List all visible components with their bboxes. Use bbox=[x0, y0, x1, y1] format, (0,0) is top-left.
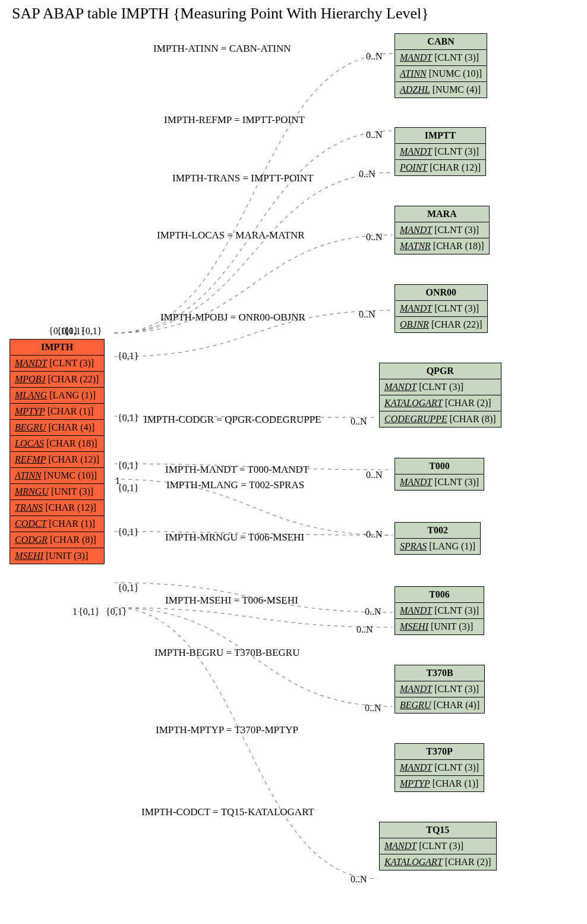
ref-table-qpgr: QPGRMANDT [CLNT (3)]KATALOGART [CHAR (2)… bbox=[379, 363, 501, 428]
ref-table-t006: T006MANDT [CLNT (3)]MSEHI [UNIT (3)] bbox=[395, 586, 484, 635]
relation-label: IMPTH-MPOBJ = ONR00-OBJNR bbox=[160, 312, 305, 323]
ref-table-row: MATNR [CHAR (18)] bbox=[395, 238, 490, 254]
ref-table-row: ADZHL [NUMC (4)] bbox=[395, 82, 487, 98]
main-table-row: MPOBJ [CHAR (22)] bbox=[10, 372, 105, 388]
ref-table-t000: T000MANDT [CLNT (3)] bbox=[395, 458, 484, 491]
ref-table-row: KATALOGART [CHAR (2)] bbox=[380, 854, 497, 870]
ref-table-row: ATINN [NUMC (10)] bbox=[395, 66, 487, 82]
relation-label: IMPTH-MRNGU = T006-MSEHI bbox=[165, 532, 304, 543]
cardinality-right: 0..N bbox=[366, 232, 383, 243]
relation-label: IMPTH-MPTYP = T370P-MPTYP bbox=[156, 724, 298, 736]
main-table-impth: IMPTHMANDT [CLNT (3)]MPOBJ [CHAR (22)]ML… bbox=[10, 339, 105, 564]
ref-table-row: POINT [CHAR (12)] bbox=[395, 160, 486, 176]
ref-table-row: MANDT [CLNT (3)] bbox=[395, 50, 487, 66]
ref-table-header: T002 bbox=[395, 523, 481, 539]
cardinality-left: {0,1} bbox=[78, 606, 99, 617]
cardinality-left: {0,1} bbox=[118, 483, 138, 494]
ref-table-row: MANDT [CLNT (3)] bbox=[395, 474, 484, 491]
cardinality-right: 0..N bbox=[365, 703, 381, 714]
relation-label: IMPTH-REFMP = IMPTT-POINT bbox=[164, 114, 305, 126]
ref-table-t002: T002SPRAS [LANG (1)] bbox=[395, 522, 481, 555]
relation-label: IMPTH-MSEHI = T006-MSEHI bbox=[165, 595, 298, 606]
cardinality-right: 0..N bbox=[366, 529, 383, 540]
ref-table-header: MARA bbox=[395, 206, 490, 222]
cardinality-left: {0,1} bbox=[118, 583, 138, 593]
main-table-row: MANDT [CLNT (3)] bbox=[10, 356, 105, 372]
cardinality-right: 0..N bbox=[366, 470, 383, 480]
relation-label: IMPTH-TRANS = IMPTT-POINT bbox=[172, 172, 314, 184]
main-table-header: IMPTH bbox=[10, 340, 105, 356]
relation-label: IMPTH-ATINN = CABN-ATINN bbox=[153, 43, 291, 55]
cardinality-right: 0..N bbox=[359, 309, 375, 320]
main-table-row: ATINN [NUMC (10)] bbox=[10, 468, 105, 484]
ref-table-row: MANDT [CLNT (3)] bbox=[380, 379, 501, 395]
cardinality-left: {0,1} bbox=[118, 527, 138, 538]
relation-label: IMPTH-LOCAS = MARA-MATNR bbox=[157, 230, 305, 241]
cardinality-right: 0..N bbox=[356, 624, 373, 635]
ref-table-row: KATALOGART [CHAR (2)] bbox=[380, 395, 501, 411]
ref-table-header: QPGR bbox=[380, 363, 501, 379]
ref-table-row: MANDT [CLNT (3)] bbox=[395, 760, 484, 776]
ref-table-row: MANDT [CLNT (3)] bbox=[395, 603, 484, 619]
cardinality-right: 0..N bbox=[359, 169, 375, 180]
cardinality-left: {0,1} bbox=[118, 351, 138, 362]
cardinality-left: {0,1} bbox=[106, 606, 127, 617]
ref-table-cabn: CABNMANDT [CLNT (3)]ATINN [NUMC (10)]ADZ… bbox=[395, 33, 487, 98]
main-table-row: CODGR [CHAR (8)] bbox=[10, 532, 105, 548]
cardinality-left: {0,1} bbox=[118, 413, 138, 423]
ref-table-row: MANDT [CLNT (3)] bbox=[395, 222, 490, 238]
ref-table-row: MANDT [CLNT (3)] bbox=[380, 838, 497, 854]
ref-table-tq15: TQ15MANDT [CLNT (3)]KATALOGART [CHAR (2)… bbox=[379, 822, 497, 870]
ref-table-t370b: T370BMANDT [CLNT (3)]BEGRU [CHAR (4)] bbox=[395, 665, 485, 714]
cardinality-right: 0..N bbox=[366, 51, 383, 62]
ref-table-row: MANDT [CLNT (3)] bbox=[395, 144, 486, 160]
main-table-row: REFMP [CHAR (12)] bbox=[10, 452, 105, 468]
relation-label: IMPTH-CODGR = QPGR-CODEGRUPPE bbox=[144, 414, 321, 426]
ref-table-row: CODEGRUPPE [CHAR (8)] bbox=[380, 411, 501, 428]
cardinality-right: 0..N bbox=[351, 874, 367, 885]
ref-table-header: ONR00 bbox=[395, 285, 488, 301]
ref-table-row: OBJNR [CHAR (22)] bbox=[395, 317, 488, 333]
main-table-row: BEGRU [CHAR (4)] bbox=[10, 420, 105, 436]
ref-table-mara: MARAMANDT [CLNT (3)]MATNR [CHAR (18)] bbox=[395, 206, 490, 254]
main-table-row: LOCAS [CHAR (18)] bbox=[10, 436, 105, 452]
relation-label: IMPTH-BEGRU = T370B-BEGRU bbox=[154, 647, 299, 659]
main-table-row: MSEHI [UNIT (3)] bbox=[10, 548, 105, 564]
relation-label: IMPTH-MANDT = T000-MANDT bbox=[165, 464, 309, 476]
relation-label: IMPTH-MLANG = T002-SPRAS bbox=[166, 479, 304, 491]
ref-table-header: T370P bbox=[395, 744, 484, 760]
cardinality-right: 0..N bbox=[351, 416, 367, 427]
main-table-row: MRNGU [UNIT (3)] bbox=[10, 484, 105, 500]
ref-table-row: SPRAS [LANG (1)] bbox=[395, 539, 481, 555]
main-table-row: TRANS [CHAR (12)] bbox=[10, 500, 105, 516]
ref-table-header: IMPTT bbox=[395, 128, 486, 144]
relation-label: IMPTH-CODCT = TQ15-KATALOGART bbox=[141, 806, 314, 818]
ref-table-imptt: IMPTTMANDT [CLNT (3)]POINT [CHAR (12)] bbox=[395, 127, 486, 176]
cardinality-right: 0..N bbox=[366, 130, 383, 140]
ref-table-row: BEGRU [CHAR (4)] bbox=[395, 697, 485, 714]
ref-table-header: TQ15 bbox=[380, 822, 497, 838]
diagram-title: SAP ABAP table IMPTH {Measuring Point Wi… bbox=[12, 5, 429, 23]
cardinality-left: 1 bbox=[72, 606, 77, 617]
ref-table-row: MSEHI [UNIT (3)] bbox=[395, 619, 484, 635]
ref-table-t370p: T370PMANDT [CLNT (3)]MPTYP [CHAR (1)] bbox=[395, 743, 484, 792]
ref-table-row: MANDT [CLNT (3)] bbox=[395, 301, 488, 317]
ref-table-onr00: ONR00MANDT [CLNT (3)]OBJNR [CHAR (22)] bbox=[395, 284, 488, 333]
ref-table-header: T006 bbox=[395, 587, 484, 603]
main-table-row: CODCT [CHAR (1)] bbox=[10, 516, 105, 532]
cardinality-left: {0,1} bbox=[81, 326, 102, 337]
ref-table-row: MANDT [CLNT (3)] bbox=[395, 681, 485, 697]
ref-table-header: CABN bbox=[395, 34, 487, 50]
cardinality-right: 0..N bbox=[365, 606, 381, 617]
ref-table-row: MPTYP [CHAR (1)] bbox=[395, 776, 484, 792]
ref-table-header: T370B bbox=[395, 665, 485, 681]
main-table-row: MPTYP [CHAR (1)] bbox=[10, 404, 105, 420]
cardinality-left: {0,1} bbox=[118, 460, 138, 471]
main-table-row: MLANG [LANG (1)] bbox=[10, 388, 105, 404]
ref-table-header: T000 bbox=[395, 458, 484, 474]
